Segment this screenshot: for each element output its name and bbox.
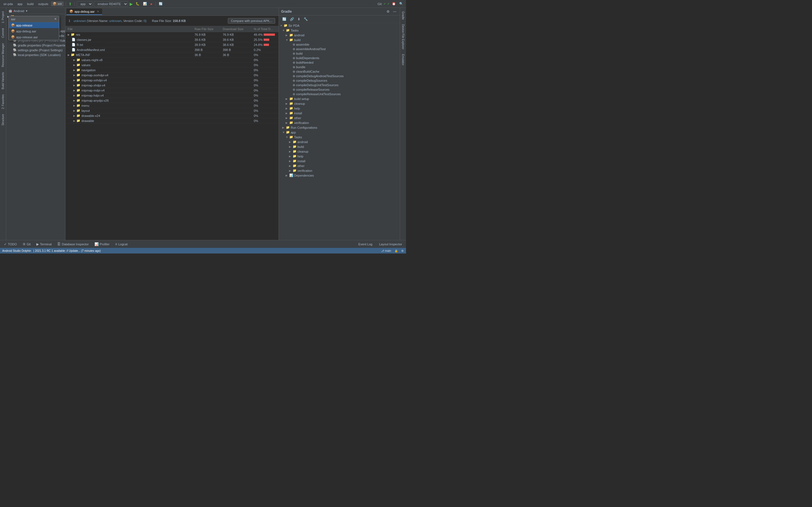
gradle-cleanup[interactable]: ▶ 📁 cleanup [279,101,400,106]
gradle-build-task[interactable]: ⚙ build [279,51,400,56]
table-row[interactable]: ▶ 📁 res 76.9 KB 76.9 KB 49.4% [65,32,278,37]
expand-sub[interactable]: ▶ [73,104,75,107]
gradle-app-tasks[interactable]: ▼ 📁 Tasks [279,135,400,139]
search-button[interactable]: 🔍 [398,1,404,6]
run-config-selector[interactable]: app [77,1,93,7]
gradle-verification[interactable]: ▶ 📁 verification [279,120,400,125]
gradle-run-configs[interactable]: ▶ 📁 Run Configurations [279,125,400,130]
profile-button[interactable]: 📊 [142,1,148,6]
close-icon[interactable]: ✕ [54,17,57,21]
bottom-database-inspector[interactable]: 🗄 Database Inspector [56,242,90,247]
table-row-rtxt[interactable]: 📄 R.txt 39.9 KB 38.6 KB 24.8% [65,42,278,47]
gradle-bundle[interactable]: ⚙ bundle [279,65,400,69]
table-row[interactable]: ▶ 📁 mipmap-mdpi-v4 0% [65,88,278,93]
gradle-assembleAndroidTest[interactable]: ⚙ assembleAndroidTest [279,47,400,51]
expand-meta[interactable]: ▶ [68,54,70,56]
tree-gradle-properties[interactable]: 🐘 gradle.properties (Project Properties) [6,43,65,48]
settings-icon[interactable]: ⚙ [401,249,404,252]
gradle-tool-btn[interactable]: 🔧 [303,17,309,22]
gradle-compileDebugSources[interactable]: ⚙ compileDebugSources [279,78,400,83]
table-row[interactable]: ▶ 📁 drawable-v24 0% [65,113,278,118]
expand-sub[interactable]: ▶ [73,59,75,61]
tab-close-button[interactable]: ✕ [97,10,99,13]
sidebar-device-file-explorer[interactable]: Device File Explorer [401,22,405,52]
sidebar-gradle[interactable]: Gradle [401,9,405,22]
expand-sub[interactable]: ▶ [73,74,75,76]
gradle-expand-btn[interactable]: ⬇ [296,17,301,22]
sidebar-emulator[interactable]: Emulator [401,52,405,68]
run-button[interactable]: ▶ [129,1,133,7]
gradle-app-help[interactable]: ▶ 📁 help [279,154,400,159]
bottom-todo[interactable]: ✓ TODO [2,242,18,247]
gradle-app-install[interactable]: ▶ 📁 install [279,159,400,163]
bottom-profiler[interactable]: 📊 Profiler [93,242,111,247]
gradle-tasks-sirpda[interactable]: ▼ 📁 Tasks [279,28,400,33]
table-row-meta[interactable]: ▶ 📁 META-INF 36 B 36 B 0% [65,52,278,57]
gradle-app-dependencies[interactable]: ▶ 📊 Dependencies [279,173,400,178]
gradle-build-folder[interactable]: ▼ 📁 build [279,38,400,42]
dropdown-item-app-release[interactable]: 📦 app-release [9,22,59,28]
gradle-sync[interactable]: 🔄 [158,1,164,6]
gradle-settings-btn[interactable]: ⚙ [386,9,391,14]
gradle-help[interactable]: ▶ 📁 help [279,106,400,111]
panel-dropdown-arrow[interactable]: ▼ [26,10,28,12]
expand-sub[interactable]: ▶ [73,114,75,117]
expand-sub[interactable]: ▶ [73,89,75,92]
bottom-logcat[interactable]: ≡ Logcat [113,242,129,247]
sidebar-project[interactable]: 1: Project [1,9,5,25]
gradle-assemble[interactable]: ⚙ assemble [279,42,400,47]
debug-button[interactable]: 🐛 [135,1,141,6]
table-row-manifest[interactable]: 📄 AndroidManifest.xml 398 B 398 B 0.2% [65,47,278,52]
table-row[interactable]: ▶ 📁 values-night-v8 0% [65,57,278,62]
stop-button[interactable]: ■ [149,2,153,6]
gradle-close-btn[interactable]: — [392,9,398,14]
gradle-link-btn[interactable]: 🔗 [289,17,295,22]
table-row[interactable]: ▶ 📁 drawable 0% [65,118,278,123]
compare-button[interactable]: Compare with previous APK... [228,18,275,24]
gradle-compileDebugAndroidTestSources[interactable]: ⚙ compileDebugAndroidTestSources [279,74,400,78]
expand-sub[interactable]: ▶ [73,94,75,97]
sync-button[interactable]: ⬆ [68,1,72,7]
sidebar-commit[interactable]: Commit [1,26,5,40]
gradle-android[interactable]: ▶ 📁 android [279,33,400,38]
event-log-btn[interactable]: Event Log [357,242,374,246]
layout-inspector-btn[interactable]: Layout Inspector [377,242,404,246]
gradle-refresh-btn[interactable]: 🔄 [281,17,288,22]
git-history[interactable]: ⏰ [391,1,397,6]
gradle-buildDependents[interactable]: ⚙ buildDependents [279,56,400,60]
table-row[interactable]: ▶ 📁 mipmap-xxhdpi-v4 0% [65,78,278,83]
bottom-terminal[interactable]: ▶ Terminal [35,242,54,247]
expand-sub[interactable]: ▶ [73,119,75,122]
table-row[interactable]: ▶ 📁 mipmap-xhdpi-v4 0% [65,83,278,88]
menu-aar[interactable]: 📦 aar [51,1,64,6]
expand-sub[interactable]: ▶ [73,99,75,102]
expand-sub[interactable]: ▶ [73,79,75,82]
gradle-cleanBuildCache[interactable]: ⚙ cleanBuildCache [279,69,400,74]
expand-sub[interactable]: ▶ [73,109,75,112]
table-row-classes[interactable]: 📄 classes.jar 39.6 KB 39.6 KB 25.5% [65,37,278,42]
table-row[interactable]: ▶ 📁 menu 0% [65,103,278,108]
sidebar-build-variants[interactable]: Build Variants [1,70,5,92]
table-row[interactable]: ▶ 📁 values 0% [65,62,278,68]
gradle-build-setup[interactable]: ▶ 📁 build setup [279,96,400,101]
gradle-app-cleanup[interactable]: ▶ 📁 cleanup [279,149,400,154]
menu-app[interactable]: app [16,2,24,6]
menu-build[interactable]: build [26,2,35,6]
tree-local-properties[interactable]: 🐘 local.properties (SDK Location) [6,52,65,57]
gradle-compileReleaseSources[interactable]: ⚙ compileReleaseSources [279,87,400,92]
gradle-other[interactable]: ▶ 📁 other [279,115,400,120]
sidebar-favorites[interactable]: 2: Favorites [1,92,5,111]
gradle-app-build[interactable]: ▶ 📁 build [279,144,400,149]
table-row[interactable]: ▶ 📁 navigation 0% [65,68,278,73]
table-row[interactable]: ▶ 📁 layout 0% [65,108,278,113]
tab-app-debug-aar[interactable]: 📦 app-debug.aar ✕ [66,8,102,15]
gradle-root-sir-pda[interactable]: ▼ 📁 Sir PDA [279,23,400,28]
project-name[interactable]: sir-pda [2,2,15,6]
expand-res[interactable]: ▶ [68,33,70,36]
menu-outputs[interactable]: outputs [36,2,50,6]
table-row[interactable]: ▶ 📁 mipmap-hdpi-v4 0% [65,93,278,98]
sidebar-structure[interactable]: Structure [1,112,5,128]
sidebar-resource-manager[interactable]: Resource Manager [1,41,5,69]
tree-settings-gradle[interactable]: 🐘 settings.gradle (Project Settings) [6,48,65,52]
table-row[interactable]: ▶ 📁 mipmap-xxxhdpi-v4 0% [65,73,278,78]
